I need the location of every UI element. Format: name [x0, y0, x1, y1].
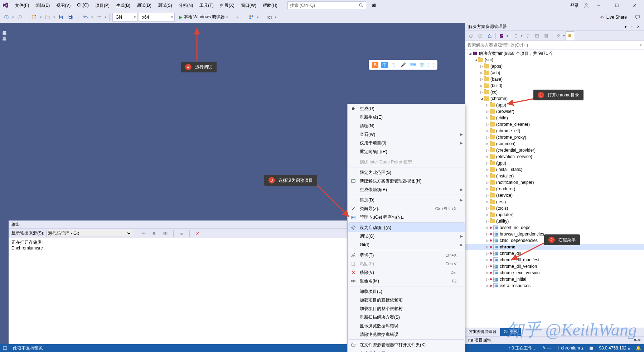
project-item[interactable]: ▷+▦chrome_initial — [465, 276, 644, 282]
tree-row[interactable]: ▷(app) — [465, 102, 644, 108]
debug-step-button[interactable] — [232, 13, 241, 22]
menu-item[interactable]: 调试(D) — [134, 1, 154, 10]
context-menu-item[interactable]: 生成(U) — [348, 104, 465, 113]
sol-back-button[interactable] — [467, 32, 475, 40]
menu-item[interactable]: 编辑(E) — [33, 1, 53, 10]
project-item[interactable]: ▷+▦chrome_dll_version — [465, 263, 644, 270]
folder-src[interactable]: ◢(src) — [465, 57, 644, 63]
context-menu-item[interactable]: 加载项目的直接依赖项 — [348, 296, 465, 304]
menu-item[interactable]: 生成(B) — [113, 1, 133, 10]
camera-button[interactable] — [265, 13, 273, 22]
sol-fwd-button[interactable] — [476, 32, 485, 40]
project-item[interactable]: ▷+▦extra_resources — [465, 282, 644, 289]
tree-row[interactable]: ▷(elevation_service) — [465, 153, 644, 160]
panel-close-button[interactable]: ✕ — [635, 24, 641, 30]
close-button[interactable] — [627, 0, 643, 10]
output-clear2-button[interactable] — [193, 229, 202, 238]
tree-row[interactable]: ▷(installer) — [465, 173, 644, 179]
save-button[interactable] — [57, 13, 65, 22]
context-menu-item[interactable]: 限定为此范围(S) — [348, 168, 465, 177]
ime-zh-icon[interactable]: 中 — [381, 62, 388, 68]
solution-search-input[interactable]: ▾ — [465, 41, 644, 49]
status-notifications-icon[interactable]: 🔔 — [636, 346, 641, 351]
context-menu-item[interactable]: 添加(D)▶ — [348, 196, 465, 204]
ime-menu-icon[interactable]: ⋮⋮ — [428, 62, 434, 68]
tree-row[interactable]: ▷(utility) — [465, 218, 644, 224]
panel-dropdown-button[interactable]: ▾ — [623, 24, 628, 30]
tree-row[interactable]: ▷(service) — [465, 192, 644, 199]
tree-row[interactable]: ▷(updater) — [465, 211, 644, 218]
context-menu-item[interactable]: Git(I)▶ — [348, 241, 465, 249]
status-branch[interactable]: ᚶ chromium ▴ — [557, 346, 584, 351]
tree-row[interactable]: ▷(child) — [465, 115, 644, 121]
server-explorer-tab[interactable]: 服务器资源管理器 — [0, 25, 9, 31]
menu-item[interactable]: 测试(S) — [155, 1, 175, 10]
tree-row[interactable]: ▷(gpu) — [465, 160, 644, 166]
tree-row[interactable]: ▷(renderer) — [465, 186, 644, 192]
run-debug-button[interactable]: ▶ 本地 Windows 调试器 ▾ — [176, 13, 231, 22]
tree-row[interactable]: ▷(base) — [465, 76, 644, 82]
context-menu-item[interactable]: 新建解决方案资源管理器视图(N) — [348, 177, 465, 185]
context-menu-item[interactable]: 设为启动项目(A) — [348, 223, 465, 232]
menu-item[interactable]: 扩展(X) — [217, 1, 237, 10]
solution-root[interactable]: ◢解决方案"all"(9868 个项目，共 9871 个 — [465, 50, 644, 57]
project-item[interactable]: ▷+▦assert_no_deps — [465, 224, 644, 231]
feedback-button[interactable] — [633, 13, 642, 22]
platform-combo[interactable]: x64 — [139, 13, 175, 22]
nav-back-button[interactable] — [2, 13, 11, 22]
project-item[interactable]: ▷+▦chrome_exe_version — [465, 270, 644, 276]
undo-button[interactable] — [81, 13, 90, 22]
extension-button[interactable] — [247, 13, 256, 22]
tab-solution-explorer[interactable]: 方案资源管理器 — [465, 328, 500, 336]
login-link[interactable]: 登录 — [567, 1, 582, 10]
tree-row[interactable]: ▷(build) — [465, 82, 644, 89]
status-work[interactable]: ↑ 0 正在工作… — [508, 345, 537, 351]
output-clear-button[interactable] — [140, 229, 148, 238]
open-button[interactable] — [43, 13, 52, 22]
context-menu-item[interactable]: 加载项目的整个依赖树 — [348, 304, 465, 313]
ime-voice-icon[interactable]: 🎤 — [400, 62, 406, 68]
tree-row[interactable]: ▷(install_static) — [465, 166, 644, 173]
status-pencil-icon[interactable]: ✎ — — [542, 346, 551, 351]
context-menu-item[interactable]: 清除浏览数据库错误 — [348, 330, 465, 339]
toolbox-tab[interactable]: 工具箱 — [0, 31, 9, 37]
status-repo-icon[interactable]: ▦ — [589, 346, 593, 351]
context-menu-item[interactable]: 卸载项目(L) — [348, 287, 465, 296]
project-item[interactable]: ▷+▦chrome_dll — [465, 250, 644, 257]
context-menu-item[interactable]: 重定向项目(R) — [348, 147, 465, 156]
sol-sync-button[interactable] — [512, 32, 520, 40]
menu-item[interactable]: 项目(P) — [92, 1, 112, 10]
tree-row[interactable]: ▷(apps) — [465, 63, 644, 70]
maximize-button[interactable] — [609, 0, 625, 10]
context-menu-item[interactable]: 重新扫描解决方案(S) — [348, 313, 465, 322]
context-menu-item[interactable]: 管理 NuGet 程序包(N)... — [348, 213, 465, 222]
context-menu-item[interactable]: 显示浏览数据库错误 — [348, 322, 465, 330]
context-menu-item[interactable]: 生成依赖项(B)▶ — [348, 185, 465, 194]
output-toggle1-button[interactable] — [150, 229, 159, 238]
live-share-button[interactable]: Live Share — [597, 13, 630, 21]
redo-button[interactable] — [95, 13, 103, 22]
context-menu-item[interactable]: 在文件资源管理器中打开文件夹(X) — [348, 341, 465, 349]
tree-row[interactable]: ▷(browser) — [465, 108, 644, 115]
sol-showall-button[interactable] — [542, 32, 551, 40]
project-item[interactable]: ▷+▦chrome_dll_manifest — [465, 257, 644, 263]
context-menu-item[interactable]: 剪切(T)Ctrl+X — [348, 251, 465, 260]
ime-toolbar[interactable]: S 中 °, 🎤 ⌨ 👕 ⋮⋮ — [369, 60, 437, 70]
context-menu-item[interactable]: 类向导(Z)...Ctrl+Shift+X — [348, 204, 465, 213]
ime-keyboard-icon[interactable]: ⌨ — [409, 62, 416, 68]
panel-pin-button[interactable]: ▫ — [629, 24, 635, 30]
nav-forward-button[interactable] — [15, 13, 24, 22]
tree-row[interactable]: ▷(common) — [465, 141, 644, 147]
menu-item[interactable]: 视图(V) — [53, 1, 73, 10]
menu-item[interactable]: 帮助(H) — [260, 1, 280, 10]
context-menu-item[interactable]: 调试(G)▶ — [348, 232, 465, 241]
tree-row[interactable]: ▷(tools) — [465, 205, 644, 211]
sol-properties-button[interactable] — [554, 32, 562, 40]
sol-refresh-button[interactable] — [523, 32, 532, 40]
output-toggle2-button[interactable] — [161, 229, 170, 238]
user-icon[interactable] — [584, 3, 589, 8]
context-menu-item[interactable]: 移除(V)Del — [348, 268, 465, 277]
context-menu-item[interactable]: 仅用于项目(J)▶ — [348, 139, 465, 147]
tab-git-changes[interactable]: Git 更改 — [500, 328, 521, 336]
new-project-button[interactable] — [30, 13, 39, 22]
